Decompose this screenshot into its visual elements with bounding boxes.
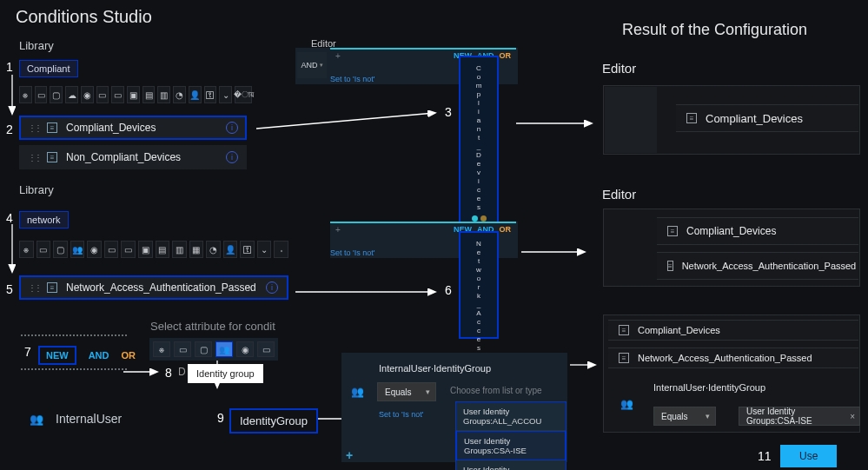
result-header: Result of the Configuration: [622, 21, 807, 39]
info-icon[interactable]: i: [266, 281, 278, 294]
box-icon[interactable]: ▢: [50, 86, 63, 103]
result-item-netauth-2: ≡ Network_Access_Authentication_Passed: [657, 252, 858, 280]
drag-handle-icon[interactable]: ⋮⋮: [28, 153, 40, 162]
pin-icon[interactable]: ⎈: [19, 86, 32, 103]
doc-icon: ≡: [667, 261, 673, 271]
attr-internal-user[interactable]: 👥 InternalUser: [30, 412, 122, 426]
attr-select-heading: Select attribute for condit: [150, 320, 275, 333]
result3-equals[interactable]: Equals: [653, 407, 716, 426]
library-item-label: Non_Compliant_Devices: [66, 151, 181, 163]
monitor-icon[interactable]: ▭: [257, 341, 275, 357]
step-7: 7: [24, 345, 31, 359]
pin-icon[interactable]: ⎈: [153, 341, 170, 357]
category-toolbar-2: ⎈ ▭ ▢ 👥 ◉ ▭ ▭ ▣ ▤ ▥ ▦ ◔ 👤 ⚿ ⌄ ⬫: [19, 241, 288, 258]
op-or[interactable]: OR: [500, 51, 512, 60]
info-icon[interactable]: i: [226, 151, 238, 163]
result-label: Network_Access_Authentication_Passed: [682, 261, 857, 271]
dots-bottom: [21, 368, 127, 370]
info-icon[interactable]: i: [226, 122, 238, 134]
wifi-icon[interactable]: ⬫: [274, 241, 288, 258]
add-condition-plus[interactable]: +: [346, 448, 353, 462]
screen-icon[interactable]: ▭: [174, 341, 191, 357]
vertical-condition-network[interactable]: Network_Access: [459, 231, 499, 339]
flow-icon[interactable]: ⌄: [257, 241, 272, 258]
dd-option-all[interactable]: User Identity Groups:ALL_ACCOU: [456, 402, 566, 431]
people-icon-r3: 👥: [620, 398, 633, 410]
window-icon[interactable]: ▣: [138, 241, 153, 258]
set-not-link-1[interactable]: Set to 'Is not': [330, 75, 374, 83]
step-5: 5: [6, 282, 13, 296]
key-icon[interactable]: ⚿: [204, 86, 217, 103]
layers-icon[interactable]: ▤: [156, 241, 170, 258]
library-item-compliant-devices[interactable]: ⋮⋮ ≡ Compliant_Devices i: [19, 116, 247, 140]
user-icon[interactable]: 👤: [223, 241, 238, 258]
clock-icon[interactable]: ◔: [173, 86, 186, 103]
wifi-icon[interactable]: �ায়: [235, 86, 252, 103]
op-or[interactable]: OR: [500, 225, 512, 234]
library-item-non-compliant[interactable]: ⋮⋮ ≡ Non_Compliant_Devices i: [19, 145, 247, 169]
result-label: Compliant_Devices: [686, 225, 776, 237]
file-icon[interactable]: ▦: [189, 241, 204, 258]
vertical-condition-compliant[interactable]: Compliant_Devices: [459, 56, 499, 239]
desktop-icon[interactable]: ▭: [111, 86, 124, 103]
doc-icon: ≡: [619, 325, 629, 335]
dd-option-emp[interactable]: User Identity Groups:Employee: [456, 460, 566, 470]
cloud-icon[interactable]: ☁: [65, 86, 78, 103]
flow-icon[interactable]: ⌄: [219, 86, 232, 103]
svg-line-1: [256, 113, 434, 129]
drag-handle-icon[interactable]: ⋮⋮: [28, 283, 40, 293]
user-icon[interactable]: 👤: [189, 86, 202, 103]
result-item-compliant-devices: ≡ Compliant_Devices: [676, 104, 858, 132]
globe-icon[interactable]: ◉: [81, 86, 94, 103]
screen-icon[interactable]: ▭: [36, 241, 51, 258]
choose-placeholder[interactable]: Choose from list or type: [450, 386, 542, 395]
library-label-2: Library: [19, 183, 54, 196]
step-11: 11: [758, 449, 772, 463]
category-toolbar-1: ⎈ ▭ ▢ ☁ ◉ ▭ ▭ ▣ ▤ ▥ ◔ 👤 ⚿ ⌄ �ায়: [19, 86, 252, 103]
set-not-link-3[interactable]: Set to 'Is not': [379, 410, 423, 419]
monitor-icon[interactable]: ▭: [104, 241, 119, 258]
op-or-btn[interactable]: OR: [122, 350, 136, 361]
screen-icon[interactable]: ▭: [35, 86, 48, 103]
and-selector-1[interactable]: AND: [297, 52, 327, 78]
result3-netauth: ≡ Network_Access_Authentication_Passed: [608, 348, 858, 368]
box-icon[interactable]: ▢: [195, 341, 212, 357]
library-item-label: Network_Access_Authentication_Passed: [66, 281, 256, 294]
search-input-compliant[interactable]: Compliant: [19, 60, 78, 77]
library-item-net-auth[interactable]: ⋮⋮ ≡ Network_Access_Authentication_Passe…: [19, 275, 288, 300]
result3-value-tag[interactable]: User Identity Groups:CSA-ISE: [739, 407, 860, 426]
folder-icon[interactable]: ▥: [172, 241, 187, 258]
search-input-network[interactable]: network: [19, 211, 69, 228]
box-icon[interactable]: ▢: [53, 241, 68, 258]
doc-icon: ≡: [667, 226, 678, 236]
folder-icon[interactable]: ▥: [157, 86, 170, 103]
globe-icon[interactable]: ◉: [87, 241, 102, 258]
drag-handle-icon[interactable]: ⋮⋮: [28, 123, 40, 133]
attr-identity-group[interactable]: IdentityGroup: [229, 408, 318, 434]
people-icon[interactable]: 👥: [70, 241, 85, 258]
pin-icon[interactable]: ⎈: [19, 241, 34, 258]
set-not-link-2[interactable]: Set to 'Is not': [330, 248, 374, 257]
monitor-icon[interactable]: ▭: [96, 86, 109, 103]
result-label: Compliant_Devices: [638, 325, 720, 335]
layers-icon[interactable]: ▤: [142, 86, 156, 103]
clock-icon[interactable]: ◔: [206, 241, 221, 258]
op-new-btn[interactable]: NEW: [38, 346, 76, 365]
key-icon[interactable]: ⚿: [240, 241, 255, 258]
editor-label-r1: Editor: [602, 61, 636, 76]
desktop-icon[interactable]: ▭: [121, 241, 136, 258]
identity-group-icon[interactable]: 👥: [215, 341, 233, 357]
dd-option-csa[interactable]: User Identity Groups:CSA-ISE: [456, 431, 566, 460]
attr-full-label: InternalUser·IdentityGroup: [379, 363, 491, 374]
identity-groups-dropdown[interactable]: User Identity Groups:ALL_ACCOU User Iden…: [455, 401, 567, 470]
globe-icon[interactable]: ◉: [236, 341, 254, 357]
window-icon[interactable]: ▣: [127, 86, 140, 103]
equals-selector[interactable]: Equals: [377, 382, 436, 401]
step-2: 2: [6, 122, 13, 136]
op-and-btn[interactable]: AND: [89, 350, 109, 361]
result-editor-1-leftpanel: [605, 87, 657, 153]
page-title: Conditions Studio: [16, 7, 152, 27]
result-label: Network_Access_Authentication_Passed: [638, 353, 812, 363]
use-button[interactable]: Use: [780, 445, 837, 467]
doc-icon: ≡: [47, 282, 57, 293]
